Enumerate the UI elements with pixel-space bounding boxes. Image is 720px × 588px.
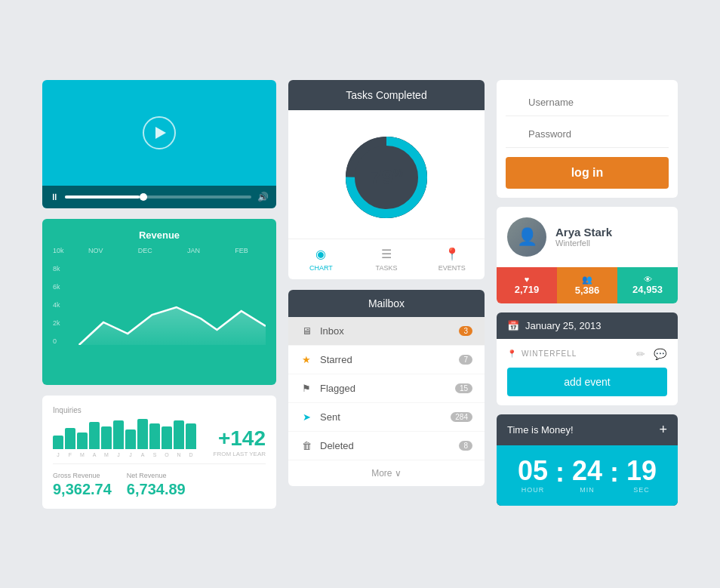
location-actions: ✏ 💬 [636,348,667,360]
events-tab-icon: 📍 [445,247,460,261]
timer-plus-button[interactable]: + [659,422,667,438]
chart-y-labels: 10k 8k 6k 4k 2k 0 [53,247,64,345]
flag-icon: ⚑ [300,383,312,394]
timer-display: 05 HOUR : 24 MIN : 19 SEC [497,445,678,506]
timer-title: Time is Money! [507,424,574,436]
mailbox-card: Mailbox 🖥 Inbox 3 ★ Starred 7 ⚑ Flagged … [288,290,485,486]
tab-chart[interactable]: ◉ CHART [288,239,354,279]
star-icon: ★ [300,354,312,365]
mail-more[interactable]: More ∨ [288,460,485,486]
login-card: 👤 🔒 log in [497,80,678,198]
mail-item-sent[interactable]: ➤ Sent 284 [288,403,485,432]
calendar-header: 📅 January 25, 2013 [497,312,678,339]
timer-minutes: 24 MIN [565,457,610,494]
deleted-label: Deleted [320,440,451,451]
bar-labels: J F M A M J J A S O N D [53,452,196,457]
stat-hearts[interactable]: ♥ 2,719 [497,267,557,303]
stat-followers[interactable]: 👥 5,386 [557,267,617,303]
timer-hours: 05 HOUR [510,457,555,494]
mailbox-header: Mailbox [288,290,485,317]
inbox-icon: 🖥 [300,325,312,337]
minutes-label: MIN [572,486,602,494]
progress-bar[interactable] [65,195,251,199]
revenue-title: Revenue [53,229,266,241]
comment-icon[interactable]: 💬 [654,348,667,360]
timer-colon-2: : [610,459,619,492]
profile-stats: ♥ 2,719 👥 5,386 👁 24,953 [497,267,678,303]
progress-thumb [140,193,147,201]
timer-colon-1: : [555,459,565,492]
chart-tab-icon: ◉ [315,247,326,261]
tasks-card: Tasks Completed 79% ◉ CHART [288,80,485,279]
calendar-card: 📅 January 25, 2013 📍 WINTERFELL ✏ 💬 add … [497,312,678,405]
profile-info: 👤 Arya Stark Winterfell [497,207,678,267]
bar-item [77,433,88,449]
bar-item [162,426,172,449]
views-icon: 👁 [644,275,652,284]
profile-name: Arya Stark [555,226,612,239]
starred-badge: 7 [459,355,472,365]
play-button[interactable] [143,116,176,149]
progress-fill [65,195,140,199]
inbox-badge: 3 [459,326,472,336]
bar-item [137,419,148,449]
location-row: 📍 WINTERFELL ✏ 💬 [507,348,667,360]
avatar-image: 👤 [507,217,546,257]
login-button[interactable]: log in [506,157,669,189]
starred-label: Starred [320,354,451,365]
tab-tasks[interactable]: ☰ TASKS [354,239,420,279]
mail-item-flagged[interactable]: ⚑ Flagged 15 [288,374,485,403]
dashboard: ⏸ 🔊 Revenue 10k 8k 6k 4k 2k 0 [24,62,696,527]
video-controls: ⏸ 🔊 [42,186,276,208]
edit-icon[interactable]: ✏ [636,348,646,360]
timer-card: Time is Money! + 05 HOUR : 24 MIN : 19 S… [497,414,678,506]
profile-location: Winterfell [555,239,612,248]
video-player: ⏸ 🔊 [42,80,276,208]
donut-label: 79% [370,165,403,189]
flagged-badge: 15 [455,383,472,393]
minutes-value: 24 [572,457,602,485]
pause-icon[interactable]: ⏸ [50,192,59,202]
location-text: WINTERFELL [522,349,577,358]
plus-number: +142 [214,426,266,451]
trash-icon: 🗑 [300,440,312,451]
stats-top-row: Inquiries [53,406,266,457]
password-input[interactable] [506,121,669,148]
volume-icon[interactable]: 🔊 [257,192,269,202]
bar-item [101,426,112,449]
revenue-chart-svg [71,247,266,345]
deleted-badge: 8 [459,441,472,451]
bar-item [53,436,63,449]
bar-item [89,422,100,449]
calendar-date: January 25, 2013 [525,320,601,331]
mail-item-inbox[interactable]: 🖥 Inbox 3 [288,317,485,346]
timer-header: Time is Money! + [497,414,678,445]
followers-count: 5,386 [560,285,614,296]
add-event-button[interactable]: add event [507,368,667,396]
username-row: 👤 [506,89,669,116]
column-2: Tasks Completed 79% ◉ CHART [288,80,485,509]
inquiries-section: Inquiries [53,406,196,457]
events-tab-label: EVENTS [438,264,466,272]
tab-events[interactable]: 📍 EVENTS [419,239,485,279]
seconds-value: 19 [626,457,657,485]
profile-card: 👤 Arya Stark Winterfell ♥ 2,719 👥 5,386 … [497,207,678,303]
username-input[interactable] [506,89,669,116]
inbox-label: Inbox [320,325,451,337]
inquiries-label: Inquiries [53,406,196,414]
tasks-tab-label: TASKS [376,264,398,272]
bar-item [186,423,196,449]
donut-container: 79% [288,110,485,239]
stat-views[interactable]: 👁 24,953 [617,267,678,303]
hours-label: HOUR [518,486,548,494]
flagged-label: Flagged [320,383,448,394]
net-revenue: Net Revenue 6,734.89 [127,472,186,498]
mail-item-deleted[interactable]: 🗑 Deleted 8 [288,432,485,460]
bar-chart [53,419,196,449]
seconds-label: SEC [626,486,657,494]
profile-text: Arya Stark Winterfell [555,226,612,248]
heart-icon: ♥ [525,275,530,284]
sent-icon: ➤ [300,411,312,423]
chart-area: 10k 8k 6k 4k 2k 0 [53,247,266,360]
mail-item-starred[interactable]: ★ Starred 7 [288,346,485,374]
